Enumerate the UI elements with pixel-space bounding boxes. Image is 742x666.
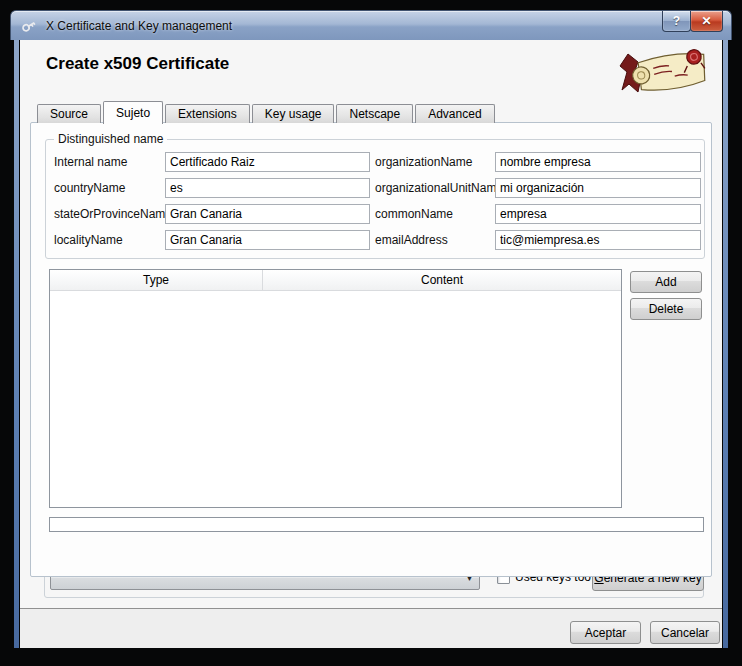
dialog-body: Create x509 Certificate Source Sujeto Ex…: [20, 40, 722, 648]
state-or-province-input[interactable]: [165, 204, 370, 224]
tab-advanced[interactable]: Advanced: [415, 104, 494, 123]
country-name-input[interactable]: [165, 178, 370, 198]
common-name-input[interactable]: [495, 204, 701, 224]
tab-key-usage[interactable]: Key usage: [252, 104, 335, 123]
help-button[interactable]: ?: [662, 11, 691, 32]
common-name-label: commonName: [375, 204, 453, 224]
organization-name-input[interactable]: [495, 152, 701, 172]
xca-logo: [614, 46, 716, 100]
column-header-type[interactable]: Type: [50, 270, 263, 290]
column-header-content[interactable]: Content: [263, 270, 621, 290]
state-or-province-label: stateOrProvinceName: [54, 204, 172, 224]
window-frame-left-edge: [14, 39, 19, 648]
window-title: X Certificate and Key management: [46, 19, 232, 33]
window-frame-right-edge: [723, 39, 728, 648]
locality-name-label: localityName: [54, 230, 123, 250]
tab-source[interactable]: Source: [37, 104, 101, 123]
internal-name-input[interactable]: [165, 152, 370, 172]
button-bar: Aceptar Cancelar: [20, 608, 722, 648]
delete-button[interactable]: Delete: [630, 298, 702, 320]
organizational-unit-label: organizationalUnitName: [375, 178, 503, 198]
dn-table-header: Type Content: [50, 270, 621, 291]
tab-bar: Source Sujeto Extensions Key usage Netsc…: [37, 100, 497, 123]
page-title: Create x509 Certificate: [46, 54, 229, 74]
accept-button[interactable]: Aceptar: [570, 621, 641, 644]
organizational-unit-input[interactable]: [495, 178, 701, 198]
titlebar[interactable]: X Certificate and Key management ? ✕: [10, 10, 732, 40]
distinguished-name-group: Distinguished name Internal name organiz…: [45, 139, 705, 259]
cancel-button[interactable]: Cancelar: [650, 621, 720, 644]
close-button[interactable]: ✕: [690, 11, 723, 32]
email-address-input[interactable]: [495, 230, 701, 250]
email-address-label: emailAddress: [375, 230, 448, 250]
dn-entry-input[interactable]: [49, 517, 704, 532]
tab-extensions[interactable]: Extensions: [165, 104, 250, 123]
distinguished-name-group-label: Distinguished name: [54, 132, 167, 146]
add-button[interactable]: Add: [630, 271, 702, 293]
tab-sujeto[interactable]: Sujeto: [103, 101, 163, 124]
tab-netscape[interactable]: Netscape: [336, 104, 413, 123]
tab-page-sujeto: Distinguished name Internal name organiz…: [30, 122, 712, 577]
country-name-label: countryName: [54, 178, 125, 198]
locality-name-input[interactable]: [165, 230, 370, 250]
window: { "window": { "title": "X Certificate an…: [0, 0, 742, 666]
organization-name-label: organizationName: [375, 152, 472, 172]
key-icon: [20, 18, 38, 34]
internal-name-label: Internal name: [54, 152, 127, 172]
dn-entries-table[interactable]: Type Content: [49, 269, 622, 508]
dn-table-body[interactable]: [50, 291, 621, 507]
